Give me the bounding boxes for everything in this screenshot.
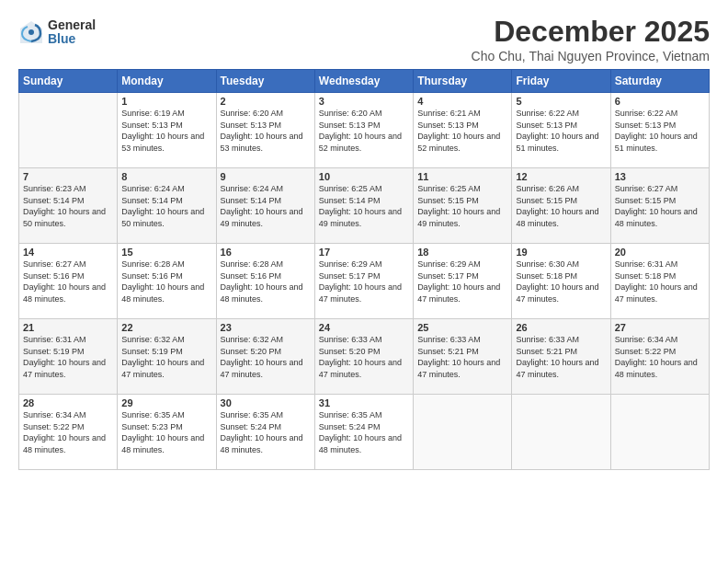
day-number: 14 [23, 247, 113, 258]
calendar-cell: 26Sunrise: 6:33 AM Sunset: 5:21 PM Dayli… [512, 319, 610, 395]
calendar-cell: 25Sunrise: 6:33 AM Sunset: 5:21 PM Dayli… [414, 319, 512, 395]
day-info: Sunrise: 6:27 AM Sunset: 5:16 PM Dayligh… [23, 259, 113, 304]
day-number: 26 [516, 322, 606, 333]
calendar-cell: 29Sunrise: 6:35 AM Sunset: 5:23 PM Dayli… [118, 395, 216, 470]
logo-general-text: General [48, 18, 96, 32]
day-number: 1 [121, 96, 211, 107]
logo: General Blue [18, 18, 96, 47]
calendar-week-row: 21Sunrise: 6:31 AM Sunset: 5:19 PM Dayli… [19, 319, 710, 395]
calendar-cell: 27Sunrise: 6:34 AM Sunset: 5:22 PM Dayli… [610, 319, 709, 395]
day-info: Sunrise: 6:19 AM Sunset: 5:13 PM Dayligh… [121, 108, 211, 154]
calendar-header-friday: Friday [512, 70, 610, 93]
calendar-cell: 28Sunrise: 6:34 AM Sunset: 5:22 PM Dayli… [19, 395, 118, 470]
calendar-cell [610, 395, 709, 470]
day-info: Sunrise: 6:23 AM Sunset: 5:14 PM Dayligh… [23, 183, 113, 229]
calendar-cell: 3Sunrise: 6:20 AM Sunset: 5:13 PM Daylig… [314, 93, 413, 168]
calendar-cell: 12Sunrise: 6:26 AM Sunset: 5:15 PM Dayli… [512, 168, 610, 244]
day-info: Sunrise: 6:32 AM Sunset: 5:20 PM Dayligh… [221, 334, 311, 380]
day-number: 13 [615, 171, 705, 182]
day-info: Sunrise: 6:32 AM Sunset: 5:19 PM Dayligh… [121, 334, 211, 380]
day-info: Sunrise: 6:25 AM Sunset: 5:14 PM Dayligh… [319, 183, 409, 229]
day-info: Sunrise: 6:35 AM Sunset: 5:24 PM Dayligh… [221, 409, 311, 455]
day-number: 28 [23, 397, 113, 408]
day-number: 17 [319, 247, 409, 258]
calendar-cell: 6Sunrise: 6:22 AM Sunset: 5:13 PM Daylig… [610, 93, 709, 168]
calendar-header-monday: Monday [118, 70, 216, 93]
day-number: 15 [121, 247, 211, 258]
calendar-week-row: 28Sunrise: 6:34 AM Sunset: 5:22 PM Dayli… [19, 395, 710, 470]
calendar-cell: 23Sunrise: 6:32 AM Sunset: 5:20 PM Dayli… [216, 319, 314, 395]
day-number: 8 [121, 171, 211, 182]
calendar-cell: 20Sunrise: 6:31 AM Sunset: 5:18 PM Dayli… [610, 244, 709, 319]
calendar-week-row: 7Sunrise: 6:23 AM Sunset: 5:14 PM Daylig… [19, 168, 710, 244]
calendar-cell: 19Sunrise: 6:30 AM Sunset: 5:18 PM Dayli… [512, 244, 610, 319]
day-info: Sunrise: 6:20 AM Sunset: 5:13 PM Dayligh… [319, 108, 409, 154]
day-number: 6 [615, 96, 705, 107]
calendar-cell [414, 395, 512, 470]
day-number: 24 [319, 322, 409, 333]
day-number: 7 [23, 171, 113, 182]
day-info: Sunrise: 6:26 AM Sunset: 5:15 PM Dayligh… [516, 183, 606, 229]
day-info: Sunrise: 6:29 AM Sunset: 5:17 PM Dayligh… [319, 259, 409, 304]
day-info: Sunrise: 6:35 AM Sunset: 5:24 PM Dayligh… [319, 409, 409, 455]
calendar-header-tuesday: Tuesday [216, 70, 314, 93]
day-info: Sunrise: 6:31 AM Sunset: 5:18 PM Dayligh… [615, 259, 705, 304]
day-number: 20 [615, 247, 705, 258]
day-number: 16 [221, 247, 311, 258]
calendar-cell: 9Sunrise: 6:24 AM Sunset: 5:14 PM Daylig… [216, 168, 314, 244]
page: General Blue December 2025 Cho Chu, Thai… [0, 0, 728, 563]
calendar-header-sunday: Sunday [19, 70, 118, 93]
calendar-cell: 8Sunrise: 6:24 AM Sunset: 5:14 PM Daylig… [118, 168, 216, 244]
day-info: Sunrise: 6:27 AM Sunset: 5:15 PM Dayligh… [615, 183, 705, 229]
day-info: Sunrise: 6:29 AM Sunset: 5:17 PM Dayligh… [417, 259, 507, 304]
month-title: December 2025 [472, 15, 710, 49]
day-info: Sunrise: 6:24 AM Sunset: 5:14 PM Dayligh… [221, 183, 311, 229]
calendar-cell: 30Sunrise: 6:35 AM Sunset: 5:24 PM Dayli… [216, 395, 314, 470]
day-number: 12 [516, 171, 606, 182]
calendar-cell: 10Sunrise: 6:25 AM Sunset: 5:14 PM Dayli… [314, 168, 413, 244]
day-info: Sunrise: 6:22 AM Sunset: 5:13 PM Dayligh… [516, 108, 606, 154]
day-info: Sunrise: 6:35 AM Sunset: 5:23 PM Dayligh… [121, 409, 211, 455]
day-info: Sunrise: 6:33 AM Sunset: 5:21 PM Dayligh… [417, 334, 507, 380]
calendar-cell: 24Sunrise: 6:33 AM Sunset: 5:20 PM Dayli… [314, 319, 413, 395]
day-number: 29 [121, 397, 211, 408]
day-info: Sunrise: 6:33 AM Sunset: 5:21 PM Dayligh… [516, 334, 606, 380]
calendar-cell: 2Sunrise: 6:20 AM Sunset: 5:13 PM Daylig… [216, 93, 314, 168]
day-number: 9 [221, 171, 311, 182]
day-info: Sunrise: 6:34 AM Sunset: 5:22 PM Dayligh… [615, 334, 705, 380]
day-number: 11 [417, 171, 507, 182]
day-number: 27 [615, 322, 705, 333]
day-info: Sunrise: 6:25 AM Sunset: 5:15 PM Dayligh… [417, 183, 507, 229]
day-number: 19 [516, 247, 606, 258]
day-info: Sunrise: 6:31 AM Sunset: 5:19 PM Dayligh… [23, 334, 113, 380]
day-number: 3 [319, 96, 409, 107]
title-area: December 2025 Cho Chu, Thai Nguyen Provi… [472, 15, 710, 63]
calendar-cell: 15Sunrise: 6:28 AM Sunset: 5:16 PM Dayli… [118, 244, 216, 319]
calendar-cell [512, 395, 610, 470]
day-info: Sunrise: 6:28 AM Sunset: 5:16 PM Dayligh… [121, 259, 211, 304]
day-info: Sunrise: 6:20 AM Sunset: 5:13 PM Dayligh… [221, 108, 311, 154]
calendar-header-row: SundayMondayTuesdayWednesdayThursdayFrid… [19, 70, 710, 93]
calendar-cell: 18Sunrise: 6:29 AM Sunset: 5:17 PM Dayli… [414, 244, 512, 319]
calendar-week-row: 14Sunrise: 6:27 AM Sunset: 5:16 PM Dayli… [19, 244, 710, 319]
calendar-cell: 22Sunrise: 6:32 AM Sunset: 5:19 PM Dayli… [118, 319, 216, 395]
day-info: Sunrise: 6:22 AM Sunset: 5:13 PM Dayligh… [615, 108, 705, 154]
calendar-cell: 13Sunrise: 6:27 AM Sunset: 5:15 PM Dayli… [610, 168, 709, 244]
day-number: 2 [221, 96, 311, 107]
calendar-cell: 7Sunrise: 6:23 AM Sunset: 5:14 PM Daylig… [19, 168, 118, 244]
subtitle: Cho Chu, Thai Nguyen Province, Vietnam [472, 49, 710, 63]
day-number: 18 [417, 247, 507, 258]
calendar-cell: 4Sunrise: 6:21 AM Sunset: 5:13 PM Daylig… [414, 93, 512, 168]
logo-icon [18, 19, 44, 45]
calendar-cell: 5Sunrise: 6:22 AM Sunset: 5:13 PM Daylig… [512, 93, 610, 168]
calendar-table: SundayMondayTuesdayWednesdayThursdayFrid… [18, 69, 710, 470]
logo-blue-text: Blue [48, 32, 96, 46]
day-number: 10 [319, 171, 409, 182]
calendar-cell: 1Sunrise: 6:19 AM Sunset: 5:13 PM Daylig… [118, 93, 216, 168]
day-info: Sunrise: 6:21 AM Sunset: 5:13 PM Dayligh… [417, 108, 507, 154]
day-number: 5 [516, 96, 606, 107]
calendar-cell [19, 93, 118, 168]
day-info: Sunrise: 6:30 AM Sunset: 5:18 PM Dayligh… [516, 259, 606, 304]
calendar-cell: 14Sunrise: 6:27 AM Sunset: 5:16 PM Dayli… [19, 244, 118, 319]
day-info: Sunrise: 6:28 AM Sunset: 5:16 PM Dayligh… [221, 259, 311, 304]
